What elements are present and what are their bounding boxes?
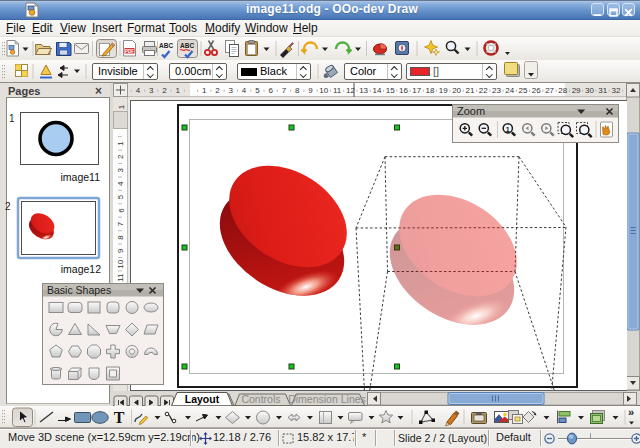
svg-text:Dimension Lines: Dimension Lines xyxy=(288,393,366,405)
svg-text:14: 14 xyxy=(372,86,381,95)
svg-text:2: 2 xyxy=(215,86,220,95)
svg-text:27: 27 xyxy=(545,86,554,95)
svg-text:20: 20 xyxy=(452,86,461,95)
svg-text:17: 17 xyxy=(412,86,421,95)
svg-text:5: 5 xyxy=(117,194,126,199)
svg-text:25: 25 xyxy=(519,86,528,95)
svg-text:1: 1 xyxy=(117,141,126,146)
svg-text:3: 3 xyxy=(117,168,126,173)
svg-text:32: 32 xyxy=(612,86,621,95)
svg-text:31: 31 xyxy=(598,86,607,95)
svg-text:6: 6 xyxy=(117,208,126,213)
svg-text:Controls: Controls xyxy=(241,393,280,405)
svg-text:13: 13 xyxy=(359,86,368,95)
svg-text:9: 9 xyxy=(117,248,126,253)
svg-text:Zoom: Zoom xyxy=(457,105,485,117)
svg-text:1: 1 xyxy=(506,126,510,133)
svg-text:6: 6 xyxy=(268,86,273,95)
svg-text:1: 1 xyxy=(202,86,207,95)
svg-text:19: 19 xyxy=(439,86,448,95)
svg-text:8: 8 xyxy=(295,86,300,95)
svg-text:15: 15 xyxy=(386,86,395,95)
svg-text:7: 7 xyxy=(117,221,126,226)
svg-text:28: 28 xyxy=(558,86,567,95)
svg-text:8: 8 xyxy=(117,235,126,240)
svg-text:11: 11 xyxy=(117,273,126,282)
svg-text:5: 5 xyxy=(255,86,260,95)
svg-text:2: 2 xyxy=(117,154,126,159)
svg-text:22: 22 xyxy=(479,86,488,95)
svg-text:26: 26 xyxy=(532,86,541,95)
svg-text:3: 3 xyxy=(229,86,234,95)
svg-text:21: 21 xyxy=(465,86,474,95)
svg-text:3: 3 xyxy=(149,86,154,95)
svg-text:1: 1 xyxy=(175,86,180,95)
svg-text:23: 23 xyxy=(492,86,501,95)
svg-text:7: 7 xyxy=(282,86,287,95)
svg-text:9: 9 xyxy=(308,86,313,95)
svg-text:10: 10 xyxy=(319,86,328,95)
svg-text:T: T xyxy=(114,409,125,426)
svg-text:11: 11 xyxy=(333,86,342,95)
svg-text:16: 16 xyxy=(399,86,408,95)
svg-text:1: 1 xyxy=(117,104,126,109)
svg-text:10: 10 xyxy=(117,259,126,268)
svg-text:30: 30 xyxy=(585,86,594,95)
svg-text:4: 4 xyxy=(136,86,141,95)
svg-text:4: 4 xyxy=(117,181,126,186)
svg-text:24: 24 xyxy=(505,86,514,95)
svg-text:Basic Shapes: Basic Shapes xyxy=(47,284,111,296)
svg-text:18: 18 xyxy=(426,86,435,95)
svg-text:4: 4 xyxy=(242,86,247,95)
svg-text:»: » xyxy=(628,406,634,418)
svg-text:29: 29 xyxy=(572,86,581,95)
svg-text:Layout: Layout xyxy=(185,393,220,405)
svg-text:2: 2 xyxy=(162,86,167,95)
